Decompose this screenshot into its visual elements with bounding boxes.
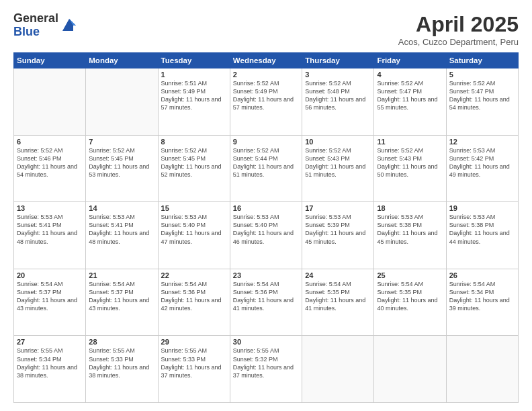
day-number: 17 — [305, 204, 371, 212]
day-cell-9: 9Sunrise: 5:52 AMSunset: 5:44 PMDaylight… — [230, 135, 302, 202]
day-cell-13: 13Sunrise: 5:53 AMSunset: 5:41 PMDayligh… — [14, 202, 86, 269]
day-info: Sunrise: 5:55 AMSunset: 5:33 PMDaylight:… — [161, 347, 227, 379]
logo-icon — [60, 15, 79, 34]
weekday-sunday: Sunday — [14, 53, 86, 68]
day-info: Sunrise: 5:53 AMSunset: 5:38 PMDaylight:… — [449, 213, 515, 246]
day-cell-17: 17Sunrise: 5:53 AMSunset: 5:39 PMDayligh… — [302, 202, 374, 269]
day-info: Sunrise: 5:53 AMSunset: 5:41 PMDaylight:… — [17, 213, 83, 246]
day-info: Sunrise: 5:51 AMSunset: 5:49 PMDaylight:… — [161, 79, 227, 112]
week-row-4: 20Sunrise: 5:54 AMSunset: 5:37 PMDayligh… — [14, 269, 519, 336]
day-cell-23: 23Sunrise: 5:54 AMSunset: 5:36 PMDayligh… — [230, 269, 302, 336]
day-cell-1: 1Sunrise: 5:51 AMSunset: 5:49 PMDaylight… — [158, 68, 230, 136]
day-cell-8: 8Sunrise: 5:52 AMSunset: 5:45 PMDaylight… — [158, 135, 230, 202]
week-row-3: 13Sunrise: 5:53 AMSunset: 5:41 PMDayligh… — [14, 202, 519, 269]
weekday-tuesday: Tuesday — [158, 53, 230, 68]
logo: General Blue — [13, 12, 79, 39]
day-info: Sunrise: 5:52 AMSunset: 5:44 PMDaylight:… — [233, 146, 299, 179]
day-number: 11 — [377, 138, 443, 146]
day-cell-14: 14Sunrise: 5:53 AMSunset: 5:41 PMDayligh… — [86, 202, 158, 269]
day-number: 13 — [17, 204, 83, 212]
day-number: 8 — [161, 138, 227, 146]
day-cell-24: 24Sunrise: 5:54 AMSunset: 5:35 PMDayligh… — [302, 269, 374, 336]
day-info: Sunrise: 5:55 AMSunset: 5:33 PMDaylight:… — [89, 347, 154, 379]
calendar-table: SundayMondayTuesdayWednesdayThursdayFrid… — [13, 52, 519, 403]
day-info: Sunrise: 5:53 AMSunset: 5:39 PMDaylight:… — [305, 213, 371, 246]
day-number: 14 — [89, 204, 154, 212]
day-info: Sunrise: 5:53 AMSunset: 5:38 PMDaylight:… — [377, 213, 443, 246]
day-cell-7: 7Sunrise: 5:52 AMSunset: 5:45 PMDaylight… — [86, 135, 158, 202]
day-number: 6 — [17, 138, 83, 146]
day-number: 24 — [305, 271, 371, 279]
day-info: Sunrise: 5:52 AMSunset: 5:45 PMDaylight:… — [89, 146, 154, 179]
day-number: 5 — [449, 71, 515, 79]
day-number: 29 — [161, 338, 227, 346]
day-cell-30: 30Sunrise: 5:55 AMSunset: 5:32 PMDayligh… — [230, 336, 302, 403]
weekday-monday: Monday — [86, 53, 158, 68]
day-info: Sunrise: 5:52 AMSunset: 5:46 PMDaylight:… — [17, 146, 83, 179]
weekday-wednesday: Wednesday — [230, 53, 302, 68]
calendar-header: General Blue April 2025 Acos, Cuzco Depa… — [13, 12, 519, 47]
day-number: 12 — [449, 138, 515, 146]
day-info: Sunrise: 5:54 AMSunset: 5:36 PMDaylight:… — [233, 280, 299, 313]
day-number: 20 — [17, 271, 83, 279]
day-number: 19 — [449, 204, 515, 212]
weekday-header-row: SundayMondayTuesdayWednesdayThursdayFrid… — [14, 53, 519, 68]
day-cell-4: 4Sunrise: 5:52 AMSunset: 5:47 PMDaylight… — [374, 68, 446, 136]
day-number: 21 — [89, 271, 154, 279]
day-number: 1 — [161, 71, 227, 79]
day-number: 3 — [305, 71, 371, 79]
empty-cell — [446, 336, 518, 403]
logo-blue: Blue — [13, 26, 58, 39]
day-info: Sunrise: 5:54 AMSunset: 5:37 PMDaylight:… — [17, 280, 83, 313]
day-number: 27 — [17, 338, 83, 346]
day-number: 28 — [89, 338, 154, 346]
day-info: Sunrise: 5:55 AMSunset: 5:32 PMDaylight:… — [233, 347, 299, 379]
empty-cell — [374, 336, 446, 403]
day-cell-27: 27Sunrise: 5:55 AMSunset: 5:34 PMDayligh… — [14, 336, 86, 403]
day-number: 7 — [89, 138, 154, 146]
calendar-title: April 2025 — [398, 12, 519, 37]
day-info: Sunrise: 5:53 AMSunset: 5:40 PMDaylight:… — [161, 213, 227, 246]
day-cell-21: 21Sunrise: 5:54 AMSunset: 5:37 PMDayligh… — [86, 269, 158, 336]
week-row-1: 1Sunrise: 5:51 AMSunset: 5:49 PMDaylight… — [14, 68, 519, 136]
day-info: Sunrise: 5:52 AMSunset: 5:49 PMDaylight:… — [233, 79, 299, 112]
day-info: Sunrise: 5:52 AMSunset: 5:47 PMDaylight:… — [449, 79, 515, 112]
day-number: 15 — [161, 204, 227, 212]
day-number: 10 — [305, 138, 371, 146]
day-info: Sunrise: 5:55 AMSunset: 5:34 PMDaylight:… — [17, 347, 83, 379]
day-cell-11: 11Sunrise: 5:52 AMSunset: 5:43 PMDayligh… — [374, 135, 446, 202]
day-number: 2 — [233, 71, 299, 79]
day-cell-2: 2Sunrise: 5:52 AMSunset: 5:49 PMDaylight… — [230, 68, 302, 136]
day-cell-6: 6Sunrise: 5:52 AMSunset: 5:46 PMDaylight… — [14, 135, 86, 202]
day-info: Sunrise: 5:52 AMSunset: 5:45 PMDaylight:… — [161, 146, 227, 179]
day-cell-16: 16Sunrise: 5:53 AMSunset: 5:40 PMDayligh… — [230, 202, 302, 269]
day-cell-10: 10Sunrise: 5:52 AMSunset: 5:43 PMDayligh… — [302, 135, 374, 202]
weekday-friday: Friday — [374, 53, 446, 68]
day-info: Sunrise: 5:52 AMSunset: 5:43 PMDaylight:… — [305, 146, 371, 179]
day-number: 30 — [233, 338, 299, 346]
day-cell-5: 5Sunrise: 5:52 AMSunset: 5:47 PMDaylight… — [446, 68, 518, 136]
day-info: Sunrise: 5:53 AMSunset: 5:42 PMDaylight:… — [449, 146, 515, 179]
day-number: 18 — [377, 204, 443, 212]
day-number: 26 — [449, 271, 515, 279]
day-info: Sunrise: 5:53 AMSunset: 5:41 PMDaylight:… — [89, 213, 154, 246]
day-number: 23 — [233, 271, 299, 279]
day-cell-25: 25Sunrise: 5:54 AMSunset: 5:35 PMDayligh… — [374, 269, 446, 336]
day-cell-19: 19Sunrise: 5:53 AMSunset: 5:38 PMDayligh… — [446, 202, 518, 269]
day-info: Sunrise: 5:52 AMSunset: 5:43 PMDaylight:… — [377, 146, 443, 179]
week-row-5: 27Sunrise: 5:55 AMSunset: 5:34 PMDayligh… — [14, 336, 519, 403]
day-number: 25 — [377, 271, 443, 279]
empty-cell — [14, 68, 86, 136]
empty-cell — [302, 336, 374, 403]
weekday-thursday: Thursday — [302, 53, 374, 68]
day-number: 4 — [377, 71, 443, 79]
day-info: Sunrise: 5:54 AMSunset: 5:34 PMDaylight:… — [449, 280, 515, 313]
week-row-2: 6Sunrise: 5:52 AMSunset: 5:46 PMDaylight… — [14, 135, 519, 202]
day-cell-20: 20Sunrise: 5:54 AMSunset: 5:37 PMDayligh… — [14, 269, 86, 336]
day-cell-12: 12Sunrise: 5:53 AMSunset: 5:42 PMDayligh… — [446, 135, 518, 202]
day-number: 9 — [233, 138, 299, 146]
calendar-subtitle: Acos, Cuzco Department, Peru — [398, 37, 519, 47]
day-info: Sunrise: 5:54 AMSunset: 5:37 PMDaylight:… — [89, 280, 154, 313]
day-info: Sunrise: 5:54 AMSunset: 5:36 PMDaylight:… — [161, 280, 227, 313]
day-cell-3: 3Sunrise: 5:52 AMSunset: 5:48 PMDaylight… — [302, 68, 374, 136]
